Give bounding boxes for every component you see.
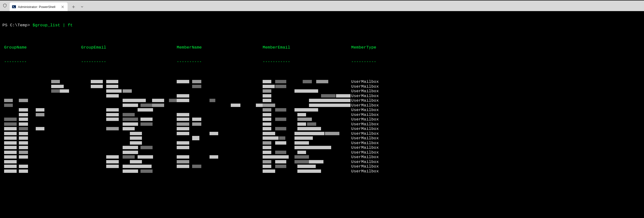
redacted-block <box>19 127 28 130</box>
redacted-block <box>140 104 152 107</box>
table-row: UserMailbox <box>2 164 642 169</box>
redacted-block <box>298 170 321 173</box>
redacted-block <box>4 165 17 168</box>
redacted-block <box>298 127 321 130</box>
redacted-block <box>122 146 138 149</box>
table-row: UserMailbox <box>2 126 642 131</box>
redacted-block <box>122 104 138 107</box>
redacted-block <box>140 146 152 149</box>
redacted-block <box>19 132 28 135</box>
redacted-block <box>152 104 164 107</box>
redacted-block <box>262 151 271 154</box>
redacted-block <box>106 127 119 130</box>
redacted-block <box>262 108 271 112</box>
redacted-block <box>4 127 17 130</box>
redacted-block <box>262 94 271 98</box>
redacted-block <box>138 155 153 158</box>
cell-member-type: UserMailbox <box>351 160 379 164</box>
redacted-block <box>192 85 201 88</box>
redacted-block <box>122 151 138 154</box>
table-row: UserMailbox <box>2 150 642 155</box>
redacted-block <box>262 141 271 144</box>
redacted-block <box>294 160 309 164</box>
redacted-block <box>19 108 28 112</box>
header-member-email: MemberEmail <box>262 45 290 50</box>
redacted-block <box>262 113 271 116</box>
cell-member-type: UserMailbox <box>351 80 379 84</box>
redacted-block <box>262 89 271 93</box>
redacted-block <box>106 108 119 112</box>
redacted-block <box>256 104 262 107</box>
command: $group_list | ft <box>32 23 73 28</box>
redacted-block <box>4 118 17 121</box>
terminal-output[interactable]: PS C:\Temp> $group_list | ft GroupName G… <box>0 11 644 218</box>
redacted-block <box>309 104 350 107</box>
table-row: UserMailbox <box>2 103 642 108</box>
table-underlines: --------- ---------- ---------- --------… <box>2 60 642 65</box>
cell-member-type: UserMailbox <box>351 164 379 169</box>
redacted-block <box>51 89 60 93</box>
table-row: UserMailbox <box>2 141 642 146</box>
redacted-block <box>4 141 17 144</box>
redacted-block <box>294 155 309 158</box>
redacted-block <box>325 132 340 135</box>
redacted-block <box>4 160 17 164</box>
tab-menu-button[interactable] <box>78 2 86 11</box>
redacted-block <box>19 118 28 121</box>
table-row: UserMailbox <box>2 136 642 141</box>
redacted-block <box>336 94 350 98</box>
table-row: UserMailbox <box>2 131 642 136</box>
redacted-block <box>130 136 142 140</box>
redacted-block <box>19 165 28 168</box>
redacted-block <box>19 146 28 149</box>
powershell-icon <box>12 5 16 9</box>
redacted-block <box>106 85 118 88</box>
redacted-block <box>231 104 240 107</box>
redacted-block <box>60 89 69 93</box>
redacted-block <box>262 165 271 168</box>
redacted-block <box>309 160 324 164</box>
redacted-block <box>4 132 17 135</box>
redacted-block <box>262 160 271 164</box>
redacted-block <box>122 113 135 116</box>
redacted-block <box>177 146 189 149</box>
table-row: UserMailbox <box>2 117 642 122</box>
redacted-block <box>275 118 286 121</box>
redacted-block <box>122 89 132 93</box>
cell-member-type: UserMailbox <box>351 103 379 108</box>
header-group-name: GroupName <box>4 45 27 50</box>
redacted-block <box>275 141 286 144</box>
redacted-block <box>294 132 324 135</box>
table-row: UserMailbox <box>2 89 642 94</box>
redacted-block <box>106 160 119 164</box>
new-tab-button[interactable] <box>69 2 78 11</box>
table-headers: GroupName GroupEmail MemberName MemberEm… <box>2 45 642 50</box>
redacted-block <box>4 122 17 126</box>
redacted-block <box>298 122 306 126</box>
redacted-block <box>106 94 119 98</box>
close-tab-button[interactable] <box>60 4 65 9</box>
table-row: UserMailbox <box>2 80 642 84</box>
cell-member-type: UserMailbox <box>351 126 379 131</box>
redacted-block <box>4 146 17 149</box>
underline: ---------- <box>177 60 202 64</box>
redacted-block <box>140 170 152 173</box>
redacted-block <box>177 165 189 168</box>
cell-member-type: UserMailbox <box>351 131 379 136</box>
redacted-block <box>275 160 286 164</box>
table-row: UserMailbox <box>2 84 642 89</box>
redacted-block <box>298 165 316 168</box>
redacted-block <box>106 89 122 93</box>
redacted-block <box>130 132 142 135</box>
redacted-block <box>294 108 318 112</box>
tab-powershell[interactable]: Administrator: PowerShell <box>10 2 68 11</box>
redacted-block <box>210 132 218 135</box>
redacted-block <box>192 136 200 140</box>
table-row: UserMailbox <box>2 169 642 174</box>
redacted-block <box>122 122 138 126</box>
table-row: UserMailbox <box>2 108 642 112</box>
redacted-block <box>19 122 28 126</box>
redacted-block <box>19 155 28 158</box>
prompt-line: PS C:\Temp> $group_list | ft <box>2 23 642 28</box>
redacted-block <box>140 118 152 121</box>
